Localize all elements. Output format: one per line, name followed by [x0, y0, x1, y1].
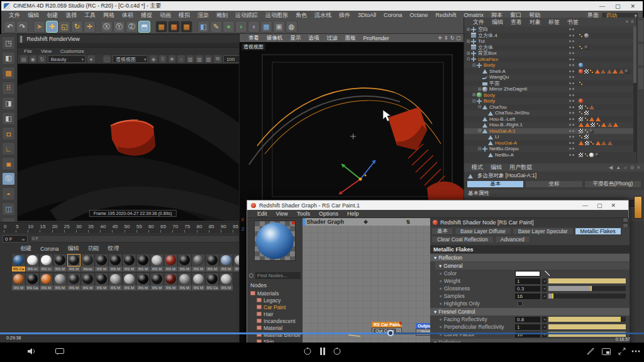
tree-caret-icon[interactable]: ⊞ — [472, 92, 477, 97]
timeline-tick[interactable]: 90 — [221, 224, 233, 233]
object-row[interactable]: Shell-A — [464, 69, 644, 75]
tag-do-icon[interactable] — [596, 123, 601, 127]
pip-icon[interactable] — [601, 346, 612, 357]
material-swatch[interactable]: RS M — [95, 254, 108, 272]
timeline-ruler[interactable]: 05101520253035404550556065707580859095 — [0, 222, 248, 233]
snapshot-b-icon[interactable]: ▥ — [205, 55, 213, 63]
camera-icon[interactable]: ▣ — [273, 21, 285, 33]
video-progress-handle[interactable] — [387, 330, 394, 336]
am-lock-icon[interactable]: ⊙ — [630, 165, 635, 171]
snap-icon[interactable]: ◓ — [2, 187, 15, 200]
visibility-dots[interactable] — [567, 35, 576, 36]
timeline-tick[interactable]: 60 — [148, 224, 160, 233]
material-swatch[interactable]: RS M — [178, 273, 191, 290]
viewport-menu-查看[interactable]: 查看 — [245, 35, 263, 42]
material-menu-编辑[interactable]: 编辑 — [64, 244, 83, 253]
current-frame-field[interactable]: 0 F◂▸ — [3, 235, 28, 243]
attribute-tab-平滑着色(Phong)[interactable]: 平滑着色(Phong) — [584, 180, 641, 188]
volume-icon[interactable] — [26, 346, 38, 357]
shader-graph-header[interactable]: Shader Graph ✥ ⇅ — [303, 218, 430, 226]
menu-文件[interactable]: 文件 — [5, 11, 24, 19]
object-row[interactable]: ChaTou-JinShu — [464, 110, 644, 116]
coordinate-system-icon[interactable]: ⬒ — [138, 21, 150, 33]
shader-tab-Metallic Flakes[interactable]: Metallic Flakes — [575, 228, 621, 235]
visibility-dots[interactable] — [567, 154, 576, 156]
tag-sg-icon[interactable] — [584, 33, 589, 38]
object-row[interactable]: 平面 — [464, 80, 644, 87]
lock-z-axis-icon[interactable]: Ⓩ — [126, 21, 138, 33]
om-search-icon[interactable]: ⌖ — [626, 19, 629, 25]
tag-do-icon[interactable] — [579, 81, 583, 85]
visibility-dots[interactable] — [567, 64, 576, 66]
timeline-tick[interactable]: 70 — [172, 224, 184, 233]
tag-sb-icon[interactable] — [589, 129, 594, 133]
timeline-tick[interactable]: 80 — [197, 224, 209, 233]
material-swatch[interactable]: RS M — [123, 254, 136, 272]
render-camera-select[interactable]: 透视视图 — [113, 55, 148, 63]
object-row[interactable]: HouGai-A — [464, 140, 644, 146]
axis-workplane-icon[interactable]: ∟ — [2, 142, 15, 155]
visibility-dots[interactable] — [567, 112, 576, 114]
node-category-Incandescent[interactable]: Incandescent — [247, 317, 303, 324]
tree-caret-icon[interactable]: ⊞ — [466, 27, 471, 32]
tag-to-icon[interactable] — [601, 141, 606, 145]
workplane-mode-icon[interactable]: ⠿ — [2, 82, 15, 95]
material-swatch[interactable]: RS M — [95, 273, 108, 290]
tag-t-icon[interactable] — [613, 69, 618, 74]
menu-Octane[interactable]: Octane — [406, 12, 432, 18]
material-swatch[interactable]: RS M — [109, 273, 122, 290]
viewport-menu-显示[interactable]: 显示 — [287, 35, 305, 42]
material-swatch[interactable]: RS M — [219, 254, 233, 272]
move-icon[interactable]: ✚ — [46, 21, 58, 33]
tag-t-icon[interactable] — [601, 123, 606, 127]
material-swatch[interactable]: RS M — [192, 254, 205, 272]
object-row[interactable]: ⊞背景Box — [464, 50, 644, 57]
object-row[interactable]: NeiBu-A — [464, 152, 644, 158]
tag-ck-icon[interactable] — [579, 129, 583, 133]
material-swatch[interactable]: RS In — [26, 254, 39, 272]
shader-tab-Advanced[interactable]: Advanced — [495, 236, 530, 243]
timeline-tick[interactable]: 15 — [40, 224, 52, 233]
material-swatch[interactable]: RS M — [53, 273, 67, 290]
menu-选择[interactable]: 选择 — [62, 11, 80, 19]
polygons-mode-icon[interactable]: ◘ — [2, 127, 15, 140]
mograph-icon[interactable]: ● — [223, 21, 235, 33]
renderview-titlebar[interactable]: ▌ Redshift RenderView — [18, 35, 248, 43]
param-slider[interactable] — [548, 278, 626, 283]
edges-mode-icon[interactable]: ◧ — [2, 112, 15, 125]
tag-t-icon[interactable] — [596, 117, 601, 121]
tag-su-icon[interactable] — [579, 63, 583, 67]
material-menu-功能[interactable]: 功能 — [84, 244, 103, 253]
visibility-dots[interactable] — [567, 52, 576, 54]
points-mode-icon[interactable]: ◨ — [2, 97, 15, 110]
snapshot-icon[interactable]: ❖ — [169, 55, 176, 63]
refresh-render-icon[interactable]: ↻ — [38, 55, 46, 63]
menu-网格[interactable]: 网格 — [99, 11, 118, 19]
make-editable-icon[interactable]: ◳ — [2, 36, 15, 50]
material-swatch[interactable]: RS M — [164, 254, 177, 272]
render-region-icon[interactable]: ▦ — [168, 21, 180, 33]
object-row[interactable]: 立方体.4 — [464, 33, 644, 39]
solo-mode-icon[interactable]: Ⓢ — [2, 172, 15, 185]
tree-caret-icon[interactable]: ⊟ — [466, 57, 471, 62]
render-view-icon[interactable]: ▦ — [155, 21, 167, 33]
tag-ck-icon[interactable] — [591, 123, 595, 127]
tag-to-icon[interactable] — [607, 69, 612, 74]
material-swatch[interactable]: RS M — [81, 273, 94, 290]
om-menu-书签[interactable]: 书签 — [564, 18, 582, 26]
add-cube-icon[interactable]: ◧ — [197, 21, 209, 33]
menu-工具[interactable]: 工具 — [80, 11, 99, 19]
lock-x-axis-icon[interactable]: Ⓧ — [101, 21, 113, 33]
tag-do-icon[interactable] — [589, 69, 594, 74]
timeline-tick[interactable]: 65 — [160, 224, 172, 233]
am-search-icon[interactable]: ⌕ — [624, 165, 626, 171]
timeline-tick[interactable]: 30 — [76, 224, 88, 233]
find-nodes-input[interactable]: Find Nodes... — [255, 272, 301, 279]
render-pass-select[interactable]: Beauty — [48, 55, 86, 63]
tag-ck-icon[interactable] — [579, 117, 583, 121]
visibility-dots[interactable] — [567, 100, 576, 102]
layer-chip[interactable] — [634, 196, 642, 219]
object-row[interactable]: ⊟UltraFlex — [464, 57, 644, 63]
rewind-10-icon[interactable] — [302, 346, 313, 357]
tag-to-icon[interactable] — [601, 69, 606, 74]
